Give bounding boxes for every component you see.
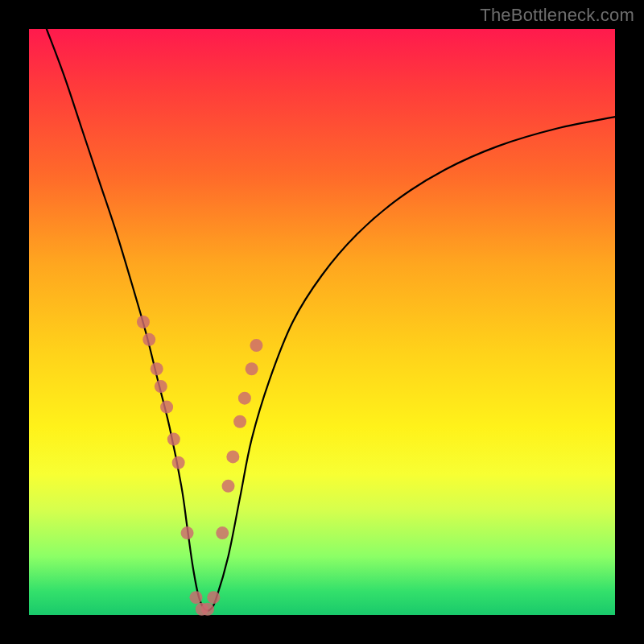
curve-marker	[172, 456, 185, 469]
curve-marker	[246, 362, 258, 375]
curve-marker	[226, 450, 239, 463]
curve-marker	[238, 392, 251, 405]
curve-marker	[233, 415, 246, 428]
curve-marker	[181, 526, 194, 539]
watermark-text: TheBottleneck.com	[480, 5, 634, 26]
curve-marker	[151, 362, 163, 375]
curve-marker	[167, 433, 180, 446]
curve-marker	[155, 380, 167, 393]
curve-marker	[216, 526, 229, 539]
chart-svg	[29, 29, 615, 615]
curve-marker	[201, 603, 214, 616]
curve-markers	[137, 316, 263, 616]
curve-marker	[207, 591, 220, 604]
curve-marker	[137, 316, 150, 328]
curve-marker	[250, 339, 262, 352]
bottleneck-curve	[47, 29, 615, 611]
curve-marker	[142, 333, 155, 346]
curve-marker	[189, 591, 202, 604]
curve-marker	[160, 401, 173, 414]
chart-plot-area	[29, 29, 615, 615]
curve-marker	[222, 480, 235, 493]
